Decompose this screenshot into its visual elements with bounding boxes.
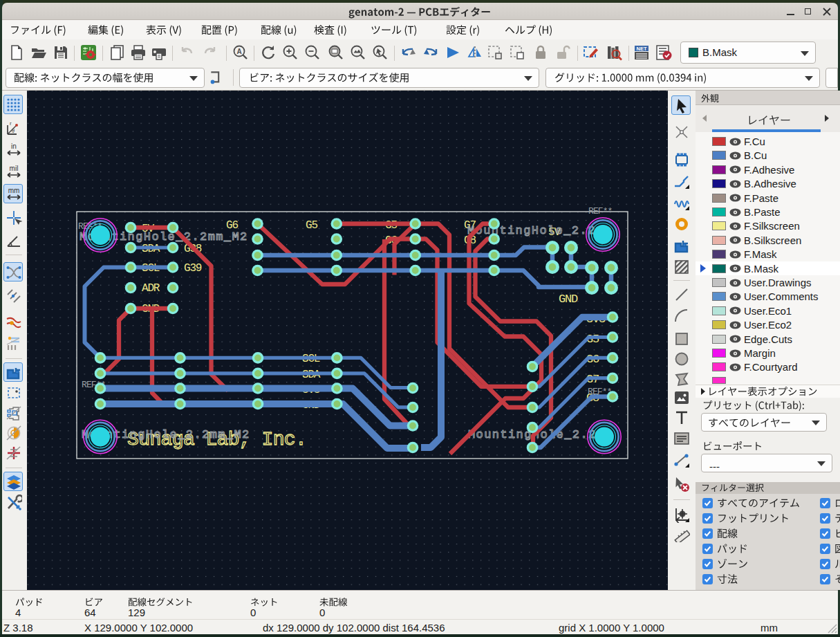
svg-text:ADR: ADR — [142, 282, 160, 295]
svg-text:REF**: REF** — [588, 206, 613, 216]
svg-text:G5: G5 — [306, 219, 317, 232]
svg-text:NET: NET — [637, 46, 647, 52]
svg-text:G39: G39 — [184, 262, 202, 275]
svg-text:r: r — [10, 120, 12, 127]
svg-text:in: in — [11, 142, 17, 150]
svg-text:A: A — [236, 48, 241, 55]
svg-text:mil: mil — [10, 165, 19, 172]
svg-text:θ: θ — [12, 128, 15, 134]
svg-text:GND: GND — [559, 293, 578, 306]
svg-text:mm: mm — [8, 187, 20, 194]
